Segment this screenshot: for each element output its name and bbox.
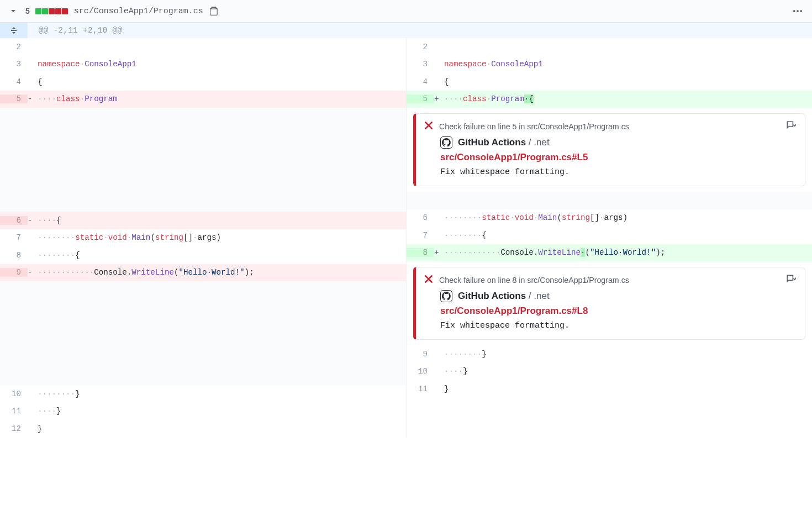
annotation-title: Check failure on line 5 in src/ConsoleAp… [439,122,629,131]
line-number[interactable]: 6 [0,216,28,225]
x-failure-icon [424,274,434,286]
resolve-annotation-icon[interactable] [786,120,796,132]
change-box-del [62,8,68,14]
file-path[interactable]: src/ConsoleApp1/Program.cs [74,7,203,16]
check-annotation: Check failure on line 8 in src/ConsoleAp… [407,261,812,345]
annotation-source: GitHub Actions [458,137,526,148]
line-number[interactable]: 11 [407,385,434,393]
annotation-link[interactable]: src/ConsoleApp1/Program.cs#L8 [440,306,796,317]
annotation-context: / .net [526,137,550,148]
code-line-deletion[interactable]: 5 - ····class·Program [0,91,406,108]
hunk-header: @@ -2,11 +2,10 @@ [0,23,812,38]
diff-right: 2 3 namespace·ConsoleApp1 4 { 5 + ····cl… [406,38,812,438]
line-number[interactable]: 8 [407,248,434,257]
empty-line [407,192,812,209]
code-line[interactable]: 2 [407,38,812,56]
change-box-add [35,8,41,14]
clipboard-icon[interactable] [209,6,219,16]
line-number[interactable]: 10 [0,390,28,398]
line-number[interactable]: 9 [407,350,434,359]
check-annotation: Check failure on line 5 in src/ConsoleAp… [407,108,812,192]
line-number[interactable]: 2 [407,43,434,51]
code-line[interactable]: 7 ········static·void·Main(string[]·args… [0,229,406,247]
diff-grid: 2 3 namespace·ConsoleApp1 4 { 5 - ····cl… [0,38,812,438]
annotation-title: Check failure on line 8 in src/ConsoleAp… [439,276,629,285]
line-number[interactable]: 7 [0,233,28,242]
svg-point-2 [800,10,802,12]
annotation-link[interactable]: src/ConsoleApp1/Program.cs#L5 [440,152,796,163]
change-box-add [42,8,48,14]
expand-hunk-icon[interactable] [0,23,28,38]
code-line[interactable]: 9 ········} [407,345,812,363]
code-line[interactable]: 12 } [0,420,406,438]
line-number[interactable]: 8 [0,251,28,260]
github-logo-icon [440,290,452,302]
code-line[interactable]: 8 ········{ [0,246,406,264]
kebab-menu-icon[interactable] [792,6,803,17]
collapse-chevron-icon[interactable] [9,7,18,15]
hunk-range: @@ -2,11 +2,10 @@ [28,23,128,38]
annotation-placeholder [0,281,406,385]
line-number[interactable]: 5 [407,94,434,103]
code-line[interactable]: 3 namespace·ConsoleApp1 [407,56,812,73]
code-line[interactable]: 11 } [407,380,812,398]
line-number[interactable]: 10 [407,367,434,376]
code-line-addition[interactable]: 8 + ············Console.WriteLine·("Hell… [407,244,812,262]
code-line[interactable]: 11 ····} [0,403,406,420]
line-number[interactable]: 4 [0,77,28,86]
annotation-message: Fix whitespace formatting. [440,167,796,177]
code-line[interactable]: 10 ····} [407,363,812,381]
code-line[interactable]: 7 ········{ [407,227,812,244]
line-number[interactable]: 3 [407,60,434,69]
code-line[interactable]: 4 { [0,73,406,91]
line-number[interactable]: 6 [407,213,434,222]
code-line-deletion[interactable]: 6 - ····{ [0,212,406,229]
change-bar [35,8,68,14]
line-number[interactable]: 11 [0,407,28,415]
code-line-deletion[interactable]: 9 - ············Console.WriteLine("Hello… [0,264,406,282]
line-number[interactable]: 5 [0,94,28,103]
annotation-source: GitHub Actions [458,291,526,301]
file-header: 5 src/ConsoleApp1/Program.cs [0,0,812,23]
change-box-del [49,8,55,14]
code-line[interactable]: 4 { [407,73,812,91]
line-number[interactable]: 3 [0,60,28,69]
svg-point-0 [793,10,795,12]
line-number[interactable]: 9 [0,268,28,277]
change-count: 5 [25,7,30,15]
line-number[interactable]: 2 [0,43,28,51]
code-line[interactable]: 2 [0,38,406,56]
code-line[interactable]: 10 ········} [0,385,406,403]
annotation-placeholder [0,108,406,212]
x-failure-icon [424,120,434,132]
code-line-addition[interactable]: 5 + ····class·Program·{ [407,91,812,108]
diff-left: 2 3 namespace·ConsoleApp1 4 { 5 - ····cl… [0,38,406,438]
github-logo-icon [440,136,452,149]
code-line[interactable]: 3 namespace·ConsoleApp1 [0,56,406,73]
line-number[interactable]: 4 [407,77,434,86]
resolve-annotation-icon[interactable] [786,274,796,286]
annotation-context: / .net [526,291,550,301]
change-box-del [55,8,61,14]
line-number[interactable]: 12 [0,424,28,433]
code-line[interactable]: 6 ········static·void·Main(string[]·args… [407,209,812,227]
annotation-message: Fix whitespace formatting. [440,321,796,330]
line-number[interactable]: 7 [407,231,434,240]
svg-point-1 [797,10,799,12]
